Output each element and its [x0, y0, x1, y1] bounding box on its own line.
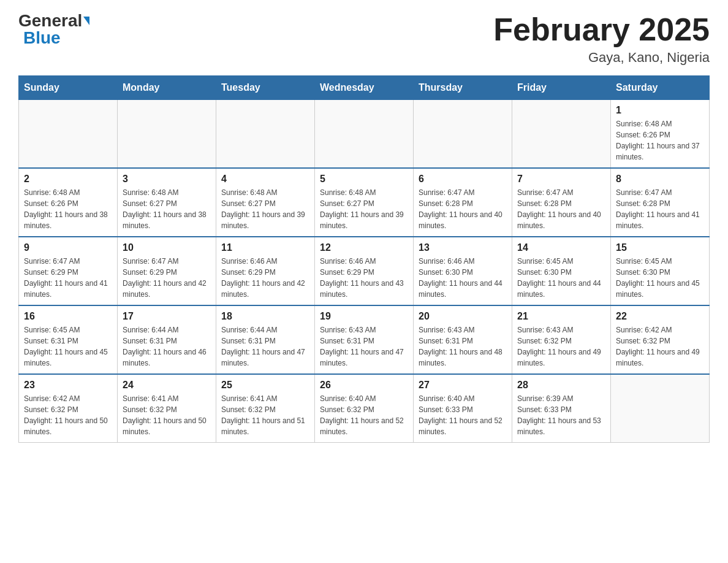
day-info: Sunrise: 6:45 AM Sunset: 6:30 PM Dayligh…	[616, 256, 704, 300]
calendar-cell: 18Sunrise: 6:44 AM Sunset: 6:31 PM Dayli…	[216, 305, 315, 374]
calendar-cell: 10Sunrise: 6:47 AM Sunset: 6:29 PM Dayli…	[118, 237, 216, 305]
day-number: 13	[419, 242, 507, 253]
calendar-cell: 22Sunrise: 6:42 AM Sunset: 6:32 PM Dayli…	[611, 305, 710, 374]
day-number: 25	[221, 380, 309, 391]
day-info: Sunrise: 6:46 AM Sunset: 6:30 PM Dayligh…	[419, 256, 507, 300]
header: General Blue February 2025 Gaya, Kano, N…	[18, 12, 710, 66]
calendar-cell: 12Sunrise: 6:46 AM Sunset: 6:29 PM Dayli…	[315, 237, 414, 305]
calendar-week-row: 9Sunrise: 6:47 AM Sunset: 6:29 PM Daylig…	[19, 237, 710, 305]
day-info: Sunrise: 6:44 AM Sunset: 6:31 PM Dayligh…	[123, 324, 211, 369]
day-number: 28	[517, 380, 605, 391]
day-number: 22	[616, 311, 704, 322]
logo-blue-text: Blue	[23, 29, 61, 47]
calendar-cell: 14Sunrise: 6:45 AM Sunset: 6:30 PM Dayli…	[512, 237, 611, 305]
day-number: 26	[320, 380, 408, 391]
calendar-week-row: 16Sunrise: 6:45 AM Sunset: 6:31 PM Dayli…	[19, 305, 710, 374]
day-number: 6	[419, 174, 507, 185]
day-info: Sunrise: 6:47 AM Sunset: 6:28 PM Dayligh…	[517, 187, 605, 231]
col-saturday: Saturday	[611, 76, 710, 100]
calendar-cell: 3Sunrise: 6:48 AM Sunset: 6:27 PM Daylig…	[118, 168, 216, 237]
day-info: Sunrise: 6:47 AM Sunset: 6:29 PM Dayligh…	[123, 256, 211, 300]
day-number: 17	[123, 311, 211, 322]
day-number: 3	[123, 174, 211, 185]
calendar-cell	[414, 100, 512, 169]
day-info: Sunrise: 6:48 AM Sunset: 6:27 PM Dayligh…	[221, 187, 309, 231]
calendar-cell: 28Sunrise: 6:39 AM Sunset: 6:33 PM Dayli…	[512, 374, 611, 443]
day-info: Sunrise: 6:46 AM Sunset: 6:29 PM Dayligh…	[221, 256, 309, 300]
day-number: 12	[320, 242, 408, 253]
calendar-cell: 15Sunrise: 6:45 AM Sunset: 6:30 PM Dayli…	[611, 237, 710, 305]
calendar-cell: 2Sunrise: 6:48 AM Sunset: 6:26 PM Daylig…	[19, 168, 118, 237]
calendar-week-row: 23Sunrise: 6:42 AM Sunset: 6:32 PM Dayli…	[19, 374, 710, 443]
day-number: 20	[419, 311, 507, 322]
day-info: Sunrise: 6:41 AM Sunset: 6:32 PM Dayligh…	[123, 393, 211, 437]
calendar-cell: 16Sunrise: 6:45 AM Sunset: 6:31 PM Dayli…	[19, 305, 118, 374]
calendar-cell	[512, 100, 611, 169]
calendar-cell: 25Sunrise: 6:41 AM Sunset: 6:32 PM Dayli…	[216, 374, 315, 443]
calendar-cell: 13Sunrise: 6:46 AM Sunset: 6:30 PM Dayli…	[414, 237, 512, 305]
day-info: Sunrise: 6:44 AM Sunset: 6:31 PM Dayligh…	[221, 324, 309, 369]
day-number: 4	[221, 174, 309, 185]
calendar-cell: 17Sunrise: 6:44 AM Sunset: 6:31 PM Dayli…	[118, 305, 216, 374]
calendar-cell: 6Sunrise: 6:47 AM Sunset: 6:28 PM Daylig…	[414, 168, 512, 237]
col-monday: Monday	[118, 76, 216, 100]
day-info: Sunrise: 6:47 AM Sunset: 6:29 PM Dayligh…	[24, 256, 112, 300]
calendar-cell	[216, 100, 315, 169]
day-info: Sunrise: 6:46 AM Sunset: 6:29 PM Dayligh…	[320, 256, 408, 300]
calendar-cell: 27Sunrise: 6:40 AM Sunset: 6:33 PM Dayli…	[414, 374, 512, 443]
day-number: 23	[24, 380, 112, 391]
month-title: February 2025	[493, 12, 710, 47]
day-number: 9	[24, 242, 112, 253]
col-wednesday: Wednesday	[315, 76, 414, 100]
calendar-cell	[611, 374, 710, 443]
calendar-cell: 24Sunrise: 6:41 AM Sunset: 6:32 PM Dayli…	[118, 374, 216, 443]
day-number: 14	[517, 242, 605, 253]
calendar-cell	[118, 100, 216, 169]
day-number: 2	[24, 174, 112, 185]
calendar-cell: 1Sunrise: 6:48 AM Sunset: 6:26 PM Daylig…	[611, 100, 710, 169]
calendar-cell: 26Sunrise: 6:40 AM Sunset: 6:32 PM Dayli…	[315, 374, 414, 443]
day-info: Sunrise: 6:41 AM Sunset: 6:32 PM Dayligh…	[221, 393, 309, 437]
calendar-cell: 20Sunrise: 6:43 AM Sunset: 6:31 PM Dayli…	[414, 305, 512, 374]
calendar-header-row: Sunday Monday Tuesday Wednesday Thursday…	[19, 76, 710, 100]
day-number: 5	[320, 174, 408, 185]
day-number: 8	[616, 174, 704, 185]
calendar-cell	[315, 100, 414, 169]
day-info: Sunrise: 6:43 AM Sunset: 6:32 PM Dayligh…	[517, 324, 605, 369]
day-number: 18	[221, 311, 309, 322]
day-info: Sunrise: 6:42 AM Sunset: 6:32 PM Dayligh…	[24, 393, 112, 437]
calendar-cell: 11Sunrise: 6:46 AM Sunset: 6:29 PM Dayli…	[216, 237, 315, 305]
day-info: Sunrise: 6:45 AM Sunset: 6:31 PM Dayligh…	[24, 324, 112, 369]
calendar-cell: 7Sunrise: 6:47 AM Sunset: 6:28 PM Daylig…	[512, 168, 611, 237]
calendar-cell: 5Sunrise: 6:48 AM Sunset: 6:27 PM Daylig…	[315, 168, 414, 237]
day-info: Sunrise: 6:47 AM Sunset: 6:28 PM Dayligh…	[419, 187, 507, 231]
col-tuesday: Tuesday	[216, 76, 315, 100]
col-thursday: Thursday	[414, 76, 512, 100]
day-info: Sunrise: 6:43 AM Sunset: 6:31 PM Dayligh…	[320, 324, 408, 369]
day-number: 21	[517, 311, 605, 322]
calendar-week-row: 1Sunrise: 6:48 AM Sunset: 6:26 PM Daylig…	[19, 100, 710, 169]
col-sunday: Sunday	[19, 76, 118, 100]
col-friday: Friday	[512, 76, 611, 100]
day-number: 10	[123, 242, 211, 253]
calendar-table: Sunday Monday Tuesday Wednesday Thursday…	[18, 75, 710, 443]
day-info: Sunrise: 6:40 AM Sunset: 6:33 PM Dayligh…	[419, 393, 507, 437]
logo-general-text: General	[18, 12, 89, 29]
calendar-cell: 21Sunrise: 6:43 AM Sunset: 6:32 PM Dayli…	[512, 305, 611, 374]
day-info: Sunrise: 6:42 AM Sunset: 6:32 PM Dayligh…	[616, 324, 704, 369]
logo: General Blue	[18, 12, 89, 47]
day-number: 15	[616, 242, 704, 253]
calendar-cell: 23Sunrise: 6:42 AM Sunset: 6:32 PM Dayli…	[19, 374, 118, 443]
day-info: Sunrise: 6:39 AM Sunset: 6:33 PM Dayligh…	[517, 393, 605, 437]
day-info: Sunrise: 6:48 AM Sunset: 6:27 PM Dayligh…	[123, 187, 211, 231]
day-number: 16	[24, 311, 112, 322]
calendar-cell: 8Sunrise: 6:47 AM Sunset: 6:28 PM Daylig…	[611, 168, 710, 237]
calendar-cell: 19Sunrise: 6:43 AM Sunset: 6:31 PM Dayli…	[315, 305, 414, 374]
day-number: 7	[517, 174, 605, 185]
title-area: February 2025 Gaya, Kano, Nigeria	[493, 12, 710, 66]
location-title: Gaya, Kano, Nigeria	[493, 50, 710, 66]
day-number: 19	[320, 311, 408, 322]
day-info: Sunrise: 6:43 AM Sunset: 6:31 PM Dayligh…	[419, 324, 507, 369]
day-info: Sunrise: 6:40 AM Sunset: 6:32 PM Dayligh…	[320, 393, 408, 437]
day-number: 11	[221, 242, 309, 253]
